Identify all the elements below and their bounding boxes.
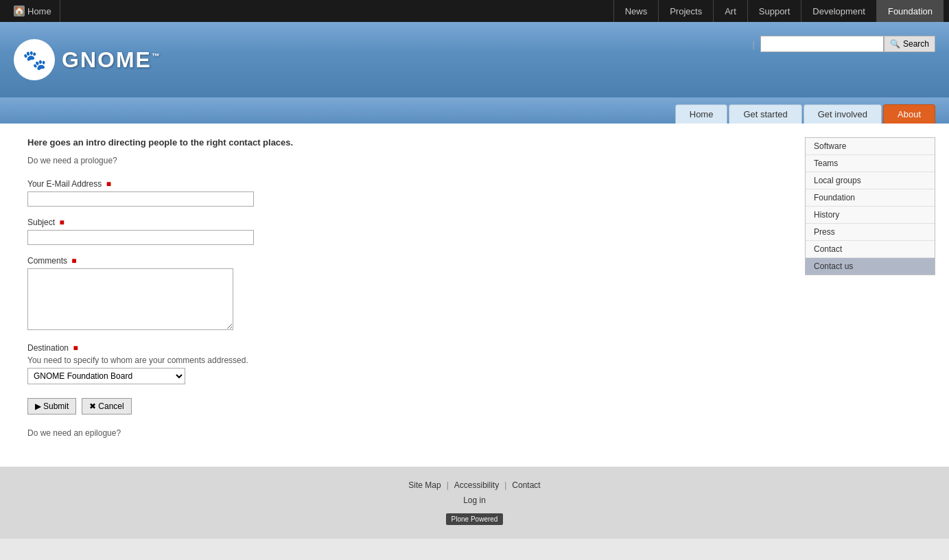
search-area: | 🔍 Search [753, 36, 935, 52]
footer-links: Site Map | Accessibility | Contact [14, 480, 935, 490]
sidebar-item-teams[interactable]: Teams [806, 155, 935, 172]
topnav-items: News Projects Art Support Development Fo… [613, 0, 944, 22]
gnome-logo-text: GNOME™ [62, 47, 161, 73]
main-wrapper: Here goes an intro directing people to t… [0, 124, 949, 467]
footer-accessibility[interactable]: Accessibility [454, 480, 499, 490]
topnav-projects[interactable]: Projects [658, 0, 713, 22]
email-field[interactable] [27, 191, 254, 207]
sidebar: Software Teams Local groups Foundation H… [805, 137, 935, 438]
footer-login[interactable]: Log in [14, 495, 935, 505]
subnav-home[interactable]: Home [675, 104, 728, 124]
email-required: ■ [106, 179, 111, 189]
footer-sitemap[interactable]: Site Map [408, 480, 441, 490]
sidebar-nav: Software Teams Local groups Foundation H… [805, 137, 935, 275]
home-icon: 🏠 [14, 5, 25, 16]
epilogue-text: Do we need an epilogue? [27, 428, 777, 438]
search-input[interactable] [760, 36, 884, 52]
topnav-support[interactable]: Support [747, 0, 801, 22]
sub-navigation: Home Get started Get involved About [0, 97, 949, 124]
sidebar-item-local-groups[interactable]: Local groups [806, 172, 935, 189]
search-icon: 🔍 [890, 39, 900, 49]
plone-badge[interactable]: Plone Powered [446, 513, 504, 525]
search-button[interactable]: 🔍 Search [884, 36, 935, 52]
site-footer: Site Map | Accessibility | Contact Log i… [0, 467, 949, 539]
sidebar-item-history[interactable]: History [806, 207, 935, 224]
destination-label: Destination ■ [27, 343, 777, 353]
intro-text: Here goes an intro directing people to t… [27, 137, 777, 148]
top-navigation: 🏠 Home News Projects Art Support Develop… [0, 0, 949, 22]
comments-label: Comments ■ [27, 256, 777, 266]
comments-field[interactable] [27, 268, 233, 330]
sidebar-item-software[interactable]: Software [806, 138, 935, 155]
cancel-button[interactable]: ✖ Cancel [82, 398, 131, 415]
prologue-text: Do we need a prologue? [27, 156, 777, 165]
content-area: Here goes an intro directing people to t… [27, 137, 805, 438]
topnav-foundation[interactable]: Foundation [876, 0, 944, 22]
main-content: Here goes an intro directing people to t… [0, 124, 949, 465]
subject-field[interactable] [27, 230, 254, 245]
subnav-get-involved[interactable]: Get involved [804, 104, 882, 124]
footer-sep-2: | [504, 480, 506, 490]
search-separator: | [753, 39, 755, 49]
subject-group: Subject ■ [27, 218, 777, 245]
subject-required: ■ [59, 218, 64, 227]
site-logo: 🐾 GNOME™ [14, 39, 161, 80]
topnav-development[interactable]: Development [801, 0, 876, 22]
footer-contact[interactable]: Contact [512, 480, 540, 490]
destination-required: ■ [73, 343, 78, 353]
email-group: Your E-Mail Address ■ [27, 179, 777, 207]
sidebar-item-press[interactable]: Press [806, 224, 935, 241]
footer-sep-1: | [447, 480, 449, 490]
comments-group: Comments ■ [27, 256, 777, 332]
comments-required: ■ [71, 256, 76, 266]
form-buttons: ▶ Submit ✖ Cancel [27, 398, 777, 415]
sidebar-item-contact[interactable]: Contact [806, 241, 935, 258]
cancel-icon: ✖ [89, 401, 96, 411]
topnav-news[interactable]: News [613, 0, 659, 22]
destination-select[interactable]: GNOME Foundation Board [27, 368, 185, 384]
topnav-art[interactable]: Art [713, 0, 747, 22]
submit-button[interactable]: ▶ Submit [27, 398, 76, 415]
sidebar-item-foundation[interactable]: Foundation [806, 189, 935, 207]
sidebar-item-contact-us[interactable]: Contact us [806, 258, 935, 275]
destination-group: Destination ■ You need to specify to who… [27, 343, 777, 384]
destination-help: You need to specify to whom are your com… [27, 355, 777, 365]
topnav-home[interactable]: 🏠 Home [5, 0, 60, 22]
subnav-get-started[interactable]: Get started [729, 104, 801, 124]
submit-icon: ▶ [35, 401, 41, 411]
topnav-home-label: Home [27, 6, 51, 16]
subject-label: Subject ■ [27, 218, 777, 227]
site-header: 🐾 GNOME™ | 🔍 Search [0, 22, 949, 97]
email-label: Your E-Mail Address ■ [27, 179, 777, 189]
gnome-logo-icon: 🐾 [14, 39, 55, 80]
subnav-about[interactable]: About [883, 104, 935, 124]
